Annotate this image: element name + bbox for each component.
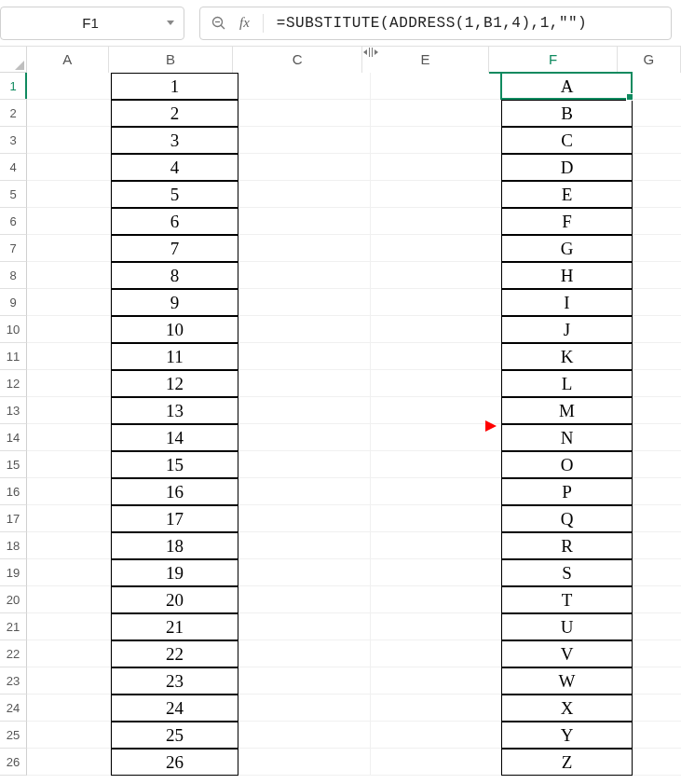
cell[interactable]: 20 [111,586,238,613]
cell[interactable] [27,154,111,181]
cell[interactable] [238,559,371,586]
cell[interactable]: 21 [111,613,238,640]
cell[interactable] [238,749,371,776]
cell[interactable] [371,424,501,451]
cell[interactable] [371,586,501,613]
cell[interactable] [633,451,681,478]
cell[interactable]: 2 [111,100,238,127]
cell[interactable]: D [501,154,633,181]
cell[interactable] [27,316,111,343]
cell[interactable] [371,667,501,695]
cell[interactable] [371,478,501,505]
cell[interactable] [27,613,111,640]
cell[interactable] [633,181,681,208]
cell[interactable] [633,749,681,776]
row-header[interactable]: 3 [0,127,27,154]
cell[interactable]: Y [501,722,633,749]
cell[interactable] [371,154,501,181]
cell[interactable] [27,127,111,154]
cell[interactable] [633,208,681,235]
cell[interactable] [633,532,681,559]
cell[interactable]: 12 [111,370,238,397]
cell[interactable] [371,451,501,478]
cell[interactable]: 19 [111,559,238,586]
cell[interactable]: 3 [111,127,238,154]
row-header[interactable]: 16 [0,478,27,505]
row-header[interactable]: 6 [0,208,27,235]
row-header[interactable]: 20 [0,586,27,613]
cell[interactable]: Z [501,749,633,776]
cell[interactable] [27,262,111,289]
cell[interactable] [371,722,501,749]
row-header[interactable]: 15 [0,451,27,478]
cell[interactable]: E [501,181,633,208]
cell[interactable] [371,289,501,316]
cell[interactable] [371,181,501,208]
cell[interactable] [238,586,371,613]
cell[interactable] [633,343,681,370]
cell[interactable] [633,586,681,613]
row-header[interactable]: 7 [0,235,27,262]
cell[interactable] [371,235,501,262]
cell[interactable] [633,559,681,586]
column-header[interactable]: B [109,47,234,73]
row-header[interactable]: 22 [0,640,27,667]
cell[interactable]: 17 [111,505,238,532]
cell[interactable] [238,343,371,370]
cell[interactable] [27,478,111,505]
cell[interactable] [238,722,371,749]
cell[interactable] [633,289,681,316]
cell[interactable]: 6 [111,208,238,235]
row-header[interactable]: 8 [0,262,27,289]
cell[interactable]: Q [501,505,633,532]
cell[interactable] [633,127,681,154]
cell[interactable]: 7 [111,235,238,262]
row-header[interactable]: 26 [0,749,27,776]
cell[interactable] [27,100,111,127]
cell[interactable]: 8 [111,262,238,289]
cell[interactable]: 1 [111,73,238,100]
column-header[interactable]: C [233,47,361,73]
cell[interactable] [27,370,111,397]
cell[interactable]: 15 [111,451,238,478]
cell[interactable] [633,316,681,343]
cell[interactable] [27,397,111,424]
cell[interactable] [27,181,111,208]
cell[interactable] [633,478,681,505]
cell[interactable] [238,397,371,424]
cell[interactable] [633,695,681,722]
cell[interactable]: C [501,127,633,154]
row-header[interactable]: 1 [0,73,27,100]
hidden-column-indicator[interactable] [363,47,378,57]
cell[interactable] [27,505,111,532]
row-header[interactable]: 13 [0,397,27,424]
cell[interactable]: X [501,695,633,722]
cell[interactable] [27,73,111,100]
cell[interactable] [371,100,501,127]
select-all-corner[interactable] [0,47,27,73]
cell[interactable] [238,640,371,667]
cell[interactable]: J [501,316,633,343]
cell[interactable]: 22 [111,640,238,667]
cell[interactable]: P [501,478,633,505]
cell[interactable]: A [501,73,633,100]
cell[interactable] [633,262,681,289]
cell[interactable] [238,316,371,343]
cell[interactable] [238,424,371,451]
column-header[interactable]: G [618,47,681,73]
cell[interactable]: 11 [111,343,238,370]
chevron-down-icon[interactable] [167,21,174,25]
cell[interactable]: K [501,343,633,370]
cell[interactable] [633,100,681,127]
row-header[interactable]: 18 [0,532,27,559]
cell[interactable] [27,424,111,451]
cell[interactable] [633,667,681,695]
cell[interactable] [27,749,111,776]
cell[interactable] [371,695,501,722]
cell[interactable]: O [501,451,633,478]
row-header[interactable]: 2 [0,100,27,127]
row-header[interactable]: 10 [0,316,27,343]
row-header[interactable]: 24 [0,695,27,722]
cell[interactable] [371,505,501,532]
cell[interactable] [633,722,681,749]
